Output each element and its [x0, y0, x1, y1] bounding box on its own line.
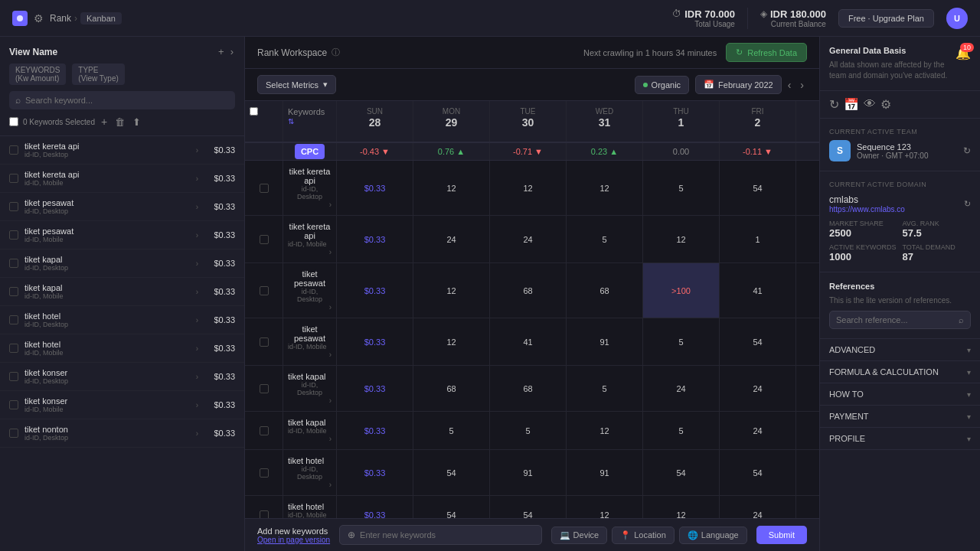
row-checkbox[interactable] [260, 468, 269, 478]
metrics-select-button[interactable]: Select Metrics ▾ [257, 75, 336, 94]
row-checkbox-cell[interactable] [245, 412, 283, 449]
kw-checkbox[interactable] [9, 230, 18, 240]
accordion-profile[interactable]: PROFILE ▾ [820, 428, 980, 450]
kw-expand-icon[interactable]: › [196, 231, 198, 240]
delta-1: 0.76 ▲ [413, 143, 490, 160]
accordion-payment[interactable]: PAYMENT ▾ [820, 406, 980, 428]
kw-checkbox[interactable] [9, 202, 18, 211]
upgrade-button[interactable]: Free · Upgrade Plan [838, 9, 934, 28]
table-row[interactable]: tiket hotel id-ID, Mobile › $0.33 545412… [245, 496, 819, 518]
kw-expand-icon[interactable]: › [196, 429, 198, 438]
table-row[interactable]: tiket kapal id-ID, Mobile › $0.33 551252… [245, 412, 819, 450]
kw-checkbox[interactable] [9, 372, 18, 381]
row-checkbox-cell[interactable] [245, 450, 283, 495]
ref-search-input[interactable] [836, 315, 954, 324]
kw-expand-icon[interactable]: › [196, 344, 198, 353]
device-button[interactable]: 💻 Device [551, 527, 608, 544]
add-kw-btn-small[interactable]: + [100, 114, 109, 129]
row-checkbox[interactable] [260, 184, 269, 193]
list-item[interactable]: tiket pesawat id-ID, Mobile › $0.33 [0, 221, 244, 249]
list-item[interactable]: tiket hotel id-ID, Mobile › $0.33 [0, 334, 244, 363]
list-item[interactable]: tiket nonton id-ID, Desktop › $0.33 [0, 419, 244, 448]
row-checkbox[interactable] [260, 286, 269, 295]
refresh-button[interactable]: ↻ Refresh Data [726, 43, 807, 62]
list-item[interactable]: tiket kereta api id-ID, Desktop › $0.33 [0, 136, 244, 165]
kw-input-wrap: ⊕ [339, 525, 542, 545]
row-checkbox[interactable] [260, 510, 269, 519]
add-view-button[interactable]: + [217, 44, 226, 59]
list-item[interactable]: tiket konser id-ID, Desktop › $0.33 [0, 363, 244, 391]
row-val-cell: 24 [720, 496, 796, 518]
table-row[interactable]: tiket pesawat id-ID, Desktop › $0.33 126… [245, 263, 819, 318]
organic-filter-button[interactable]: Organic [635, 76, 690, 94]
row-checkbox[interactable] [260, 337, 269, 347]
kw-expand-icon[interactable]: › [196, 174, 198, 183]
row-val-cell: 12 [413, 318, 490, 365]
delete-kw-btn[interactable]: 🗑 [113, 115, 126, 129]
kw-checkbox[interactable] [9, 429, 18, 438]
language-button[interactable]: 🌐 Language [679, 527, 747, 544]
next-date-button[interactable]: › [797, 77, 807, 93]
table-row[interactable]: tiket pesawat id-ID, Mobile › $0.33 1241… [245, 318, 819, 366]
row-checkbox[interactable] [260, 426, 269, 435]
location-button[interactable]: 📍 Location [612, 527, 675, 544]
gear-action-icon[interactable]: ⚙ [880, 97, 891, 112]
list-item[interactable]: tiket kereta api id-ID, Mobile › $0.33 [0, 165, 244, 193]
kw-checkbox[interactable] [9, 259, 18, 268]
kw-checkbox[interactable] [9, 344, 18, 353]
kw-checkbox[interactable] [9, 174, 18, 183]
calendar-action-icon[interactable]: 📅 [844, 97, 859, 112]
table-row[interactable]: tiket kereta api id-ID, Desktop › $0.33 … [245, 161, 819, 216]
sync-icon[interactable]: ↻ [829, 97, 839, 112]
table-row[interactable]: tiket kereta api id-ID, Mobile › $0.33 2… [245, 216, 819, 263]
select-all-checkbox[interactable] [9, 117, 18, 126]
grid-select-all[interactable] [250, 107, 258, 116]
list-item[interactable]: tiket konser id-ID, Mobile › $0.33 [0, 391, 244, 419]
row-kw-cell: tiket pesawat id-ID, Mobile › [283, 318, 337, 365]
list-item[interactable]: tiket kapal id-ID, Desktop › $0.33 [0, 249, 244, 278]
kw-expand-icon[interactable]: › [196, 203, 198, 211]
row-checkbox-cell[interactable] [245, 318, 283, 365]
kw-checkbox[interactable] [9, 145, 18, 155]
accordion-formula[interactable]: FORMULA & CALCULATION ▾ [820, 361, 980, 383]
submit-button[interactable]: Submit [756, 526, 807, 544]
info-icon[interactable]: ⓘ [332, 47, 340, 58]
row-checkbox-cell[interactable] [245, 366, 283, 411]
team-sync-icon[interactable]: ↻ [963, 145, 971, 156]
accordion-advanced[interactable]: ADVANCED ▾ [820, 339, 980, 361]
search-input[interactable] [25, 96, 229, 105]
kw-expand-icon[interactable]: › [196, 373, 198, 381]
kw-info: tiket konser id-ID, Mobile [24, 396, 190, 413]
kw-checkbox[interactable] [9, 400, 18, 409]
new-keywords-input[interactable] [360, 530, 534, 540]
user-avatar[interactable]: U [946, 8, 968, 29]
kw-checkbox[interactable] [9, 287, 18, 296]
row-checkbox[interactable] [260, 384, 269, 393]
list-item[interactable]: tiket kapal id-ID, Mobile › $0.33 [0, 278, 244, 306]
table-row[interactable]: tiket kapal id-ID, Desktop › $0.33 68685… [245, 366, 819, 412]
domain-sync-icon[interactable]: ↻ [964, 199, 971, 209]
list-item[interactable]: tiket hotel id-ID, Desktop › $0.33 [0, 306, 244, 334]
row-checkbox-cell[interactable] [245, 161, 283, 215]
row-checkbox[interactable] [260, 235, 269, 244]
row-checkbox-cell[interactable] [245, 263, 283, 318]
row-checkbox-cell[interactable] [245, 216, 283, 262]
export-kw-btn[interactable]: ⬆ [131, 115, 142, 129]
prev-date-button[interactable]: ‹ [785, 77, 795, 93]
settings-icon[interactable]: ⚙ [34, 12, 44, 24]
kw-checkbox[interactable] [9, 315, 18, 324]
kw-expand-icon[interactable]: › [196, 146, 198, 155]
kw-expand-icon[interactable]: › [196, 259, 198, 268]
nav-view-button[interactable]: › [229, 44, 235, 59]
date-filter-button[interactable]: 📅 February 2022 [695, 75, 782, 94]
kw-expand-icon[interactable]: › [196, 401, 198, 409]
open-page-link[interactable]: Open in page version [257, 536, 330, 544]
list-item[interactable]: tiket pesawat id-ID, Desktop › $0.33 [0, 193, 244, 221]
payment-chevron: ▾ [967, 412, 971, 421]
table-row[interactable]: tiket hotel id-ID, Desktop › $0.33 54919… [245, 450, 819, 496]
row-checkbox-cell[interactable] [245, 496, 283, 518]
eye-icon[interactable]: 👁 [864, 97, 876, 112]
kw-expand-icon[interactable]: › [196, 316, 198, 324]
kw-expand-icon[interactable]: › [196, 288, 198, 296]
accordion-how-to[interactable]: HOW TO ▾ [820, 383, 980, 406]
